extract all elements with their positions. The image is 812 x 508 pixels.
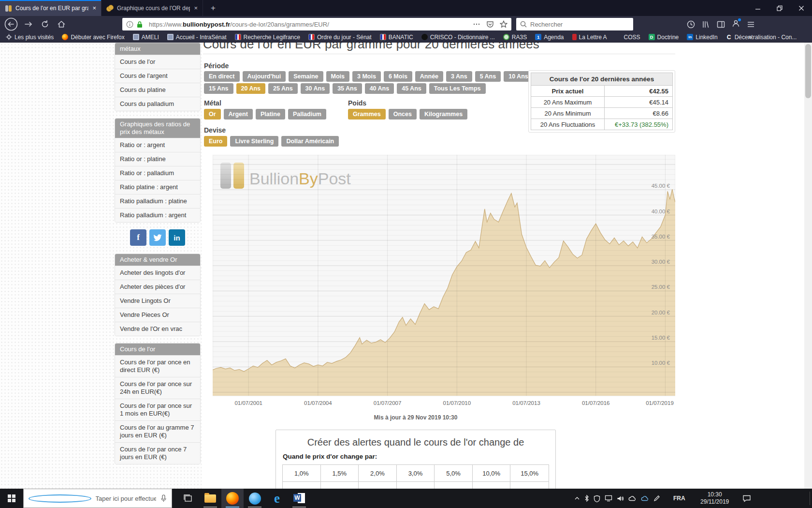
filter-button-onces[interactable]: Onces — [389, 109, 417, 120]
filter-button-6-mois[interactable]: 6 Mois — [384, 71, 412, 82]
filter-button-livre-sterling[interactable]: Livre Sterling — [230, 136, 278, 147]
defender-shield-icon[interactable] — [594, 495, 600, 502]
filter-button-or[interactable]: Or — [204, 109, 221, 120]
tray-chevron-icon[interactable] — [574, 496, 580, 500]
sidebar-item-ratio-palladium-argent[interactable]: Ratio palladium : argent — [115, 208, 200, 222]
bookmark-les-plus-visit-s[interactable]: Les plus visités — [6, 34, 54, 41]
bookmark-d-buter-avec-firefox[interactable]: Débuter avec Firefox — [62, 34, 124, 41]
filter-button-tous-les-temps[interactable]: Tous Les Temps — [429, 83, 486, 94]
filter-button-3-mois[interactable]: 3 Mois — [352, 71, 381, 82]
filter-button-20-ans[interactable]: 20 Ans — [236, 83, 266, 94]
network-icon[interactable] — [605, 495, 612, 502]
sidebar-item-ratio-palladium-platine[interactable]: Ratio palladium : platine — [115, 194, 200, 208]
file-explorer-icon[interactable] — [199, 489, 221, 508]
edge-icon[interactable]: e — [266, 489, 288, 508]
alert-percent-1-5[interactable]: 1,5% — [321, 465, 359, 481]
filter-button-mois[interactable]: Mois — [326, 71, 349, 82]
alert-percent-5-0[interactable]: 5,0% — [435, 465, 473, 481]
filter-button-3-ans[interactable]: 3 Ans — [446, 71, 472, 82]
tab-close-icon[interactable]: × — [193, 4, 199, 12]
sidebar-item-cours-de-l-or-par-once-sur-24h-en-eur[interactable]: Cours de l'or par once sur 24h en EUR(€) — [115, 377, 200, 399]
filter-button-palladium[interactable]: Palladium — [288, 109, 326, 120]
sidebar-item-vendre-pieces-or[interactable]: Vendre Pieces Or — [115, 308, 200, 322]
filter-button-semaine[interactable]: Semaine — [289, 71, 323, 82]
sidebar-item-ratio-or-palladium[interactable]: Ratio or : palladium — [115, 166, 200, 180]
filter-button-40-ans[interactable]: 40 Ans — [365, 83, 394, 94]
bookmark-recherche-legifrance[interactable]: Recherche Legifrance — [235, 34, 300, 41]
url-bar[interactable]: https://www.bullionbypost.fr/cours-de-lo… — [122, 18, 511, 30]
sidebar-item-cours-de-l-or-par-once-sur-1-mois-en-eur[interactable]: Cours de l'or par once sur 1 mois en EUR… — [115, 399, 200, 420]
linkedin-icon[interactable]: in — [169, 229, 185, 246]
sidebar-item-ratio-or-platine[interactable]: Ratio or : platine — [115, 152, 200, 166]
sidebar-item-cours-de-l-or-par-once-7-jours-en-eur[interactable]: Cours de l'or par once 7 jours en EUR (€… — [115, 442, 200, 464]
alert-percent-10-0[interactable]: 10,0% — [473, 465, 511, 481]
back-button[interactable] — [4, 17, 18, 31]
account-icon[interactable] — [732, 19, 740, 30]
bookmark-agenda[interactable]: 1Agenda — [535, 34, 564, 41]
word-icon[interactable]: W — [288, 489, 310, 508]
blue-app-icon[interactable] — [244, 489, 266, 508]
microphone-icon[interactable] — [160, 494, 167, 502]
site-info-icon[interactable] — [126, 21, 133, 28]
filter-button-35-ans[interactable]: 35 Ans — [333, 83, 362, 94]
firefox-icon[interactable] — [221, 489, 244, 508]
library-icon[interactable] — [702, 20, 710, 29]
alert-percent-3-0[interactable]: 3,0% — [397, 465, 435, 481]
filter-button-ann-e[interactable]: Année — [415, 71, 443, 82]
filter-button-5-ans[interactable]: 5 Ans — [475, 71, 501, 82]
show-desktop-button[interactable] — [810, 492, 810, 505]
browser-tab-graphique-cours-de-l-or-depuis[interactable]: Graphique cours de l'OR depuis × — [102, 0, 203, 16]
filter-button-aujourd-hui[interactable]: Aujourd'hui — [243, 71, 286, 82]
filter-button-25-ans[interactable]: 25 Ans — [268, 83, 298, 94]
bookmark-d-centralisation-con[interactable]: CDécentralisation - Con... — [726, 34, 797, 41]
sidebar-item-acheter-des-lingots-d-or[interactable]: Acheter des lingots d'or — [115, 266, 200, 280]
sidebar-item-cours-de-l-or-par-once-en-direct-eur[interactable]: Cours de l'or par once en direct EUR (€) — [115, 355, 200, 377]
task-view-button[interactable] — [177, 489, 199, 508]
bookmarks-overflow-icon[interactable]: » — [748, 33, 752, 41]
sidebar-item-ratio-platine-argent[interactable]: Ratio platine : argent — [115, 180, 200, 194]
sidebar-item-cours-du-platine[interactable]: Cours du platine — [115, 83, 200, 97]
alert-percent-15-0[interactable]: 15,0% — [510, 465, 549, 481]
filter-button-kilogrammes[interactable]: Kilogrammes — [420, 109, 467, 120]
bookmark-ra3s[interactable]: RA3S — [503, 34, 527, 41]
filter-button-en-direct[interactable]: En direct — [204, 71, 240, 82]
alert-percent-1-0[interactable]: 1,0% — [283, 465, 321, 481]
bookmark-star-icon[interactable] — [500, 20, 508, 28]
bookmark-linkedin[interactable]: inLinkedIn — [687, 34, 717, 41]
taskbar-search[interactable]: Taper ici pour effectuer une recherche — [23, 489, 172, 508]
page-actions-icon[interactable] — [473, 20, 480, 28]
start-button[interactable] — [0, 489, 23, 508]
page-scrollbar[interactable] — [804, 43, 812, 489]
bookmark-banatic[interactable]: BANATIC — [380, 34, 413, 41]
language-indicator[interactable]: FRA — [673, 495, 685, 502]
filter-button-30-ans[interactable]: 30 Ans — [301, 83, 330, 94]
sidebars-icon[interactable] — [717, 20, 725, 29]
sidebar-item-cours-de-l-argent[interactable]: Cours de l'argent — [115, 69, 200, 83]
forward-button[interactable] — [21, 17, 36, 31]
sidebar-item-vendre-lingots-or[interactable]: Vendre Lingots Or — [115, 294, 200, 308]
sidebar-item-cours-de-l-or[interactable]: Cours de l'or — [115, 55, 200, 69]
close-window-button[interactable] — [790, 0, 812, 16]
scrollbar-thumb[interactable] — [805, 44, 811, 98]
new-tab-button[interactable]: + — [207, 2, 219, 15]
sidebar-item-cours-du-palladium[interactable]: Cours du palladium — [115, 97, 200, 111]
filter-button-argent[interactable]: Argent — [224, 109, 253, 120]
filter-button-45-ans[interactable]: 45 Ans — [397, 83, 426, 94]
pen-icon[interactable] — [653, 495, 660, 502]
restore-button[interactable] — [768, 0, 790, 16]
sidebar-item-acheter-des-pi-ces-d-or[interactable]: Acheter des pièces d'or — [115, 280, 200, 294]
tab-close-icon[interactable]: × — [91, 4, 97, 12]
filter-button-platine[interactable]: Platine — [256, 109, 285, 120]
onedrive-cloud-icon[interactable] — [628, 495, 637, 501]
taskbar-clock[interactable]: 10:30 29/11/2019 — [697, 491, 732, 506]
bookmark-doctrine[interactable]: DDoctrine — [649, 34, 679, 41]
facebook-icon[interactable]: f — [130, 229, 146, 246]
browser-search[interactable]: Rechercher — [516, 18, 633, 30]
twitter-icon[interactable] — [149, 229, 166, 246]
pocket-icon[interactable] — [486, 20, 494, 28]
bookmark-crisco-dictionnaire[interactable]: CRISCO - Dictionnaire ... — [421, 34, 495, 41]
sidebar-item-cours-de-l-or-au-gramme-7-jours-en-eur[interactable]: Cours de l'or au gramme 7 jours en EUR (… — [115, 420, 200, 442]
sidebar-item-vendre-de-l-or-en-vrac[interactable]: Vendre de l'Or en vrac — [115, 322, 200, 336]
bluetooth-icon[interactable] — [584, 494, 589, 502]
bookmark-coss[interactable]: COSS — [615, 34, 640, 41]
